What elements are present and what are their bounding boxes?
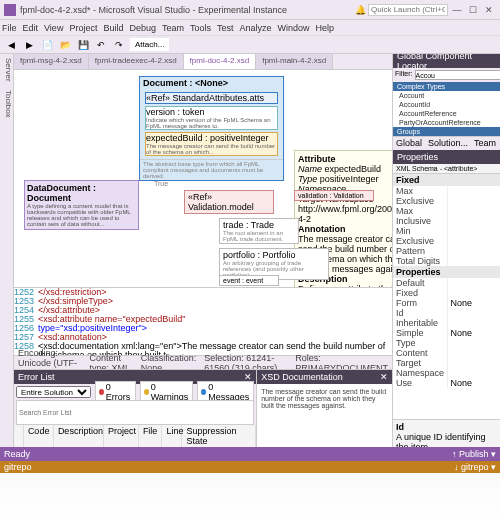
toolbox-tab[interactable]: Toolbox: [0, 86, 13, 122]
xsd-doc-body: The message creator can send the build n…: [257, 384, 392, 447]
tab-solution-explorer[interactable]: Solution...: [425, 137, 471, 150]
git-branch-button[interactable]: ↓ gitrepo ▾: [454, 462, 496, 472]
version-note: Indicate which version of the FpML Schem…: [146, 117, 277, 129]
derived-note: The abstract base type from which all Fp…: [140, 159, 283, 180]
tab-fpml-msg[interactable]: fpml-msg-4-2.xsd: [14, 54, 89, 69]
menu-build[interactable]: Build: [103, 23, 123, 33]
menu-edit[interactable]: Edit: [23, 23, 39, 33]
menu-bar: File Edit View Project Build Debug Team …: [0, 20, 500, 36]
error-list-title: Error List: [18, 372, 55, 382]
document-node-title[interactable]: Document : <None>: [140, 77, 283, 89]
menu-help[interactable]: Help: [316, 23, 335, 33]
tab-fpml-doc[interactable]: fpml-doc-4-2.xsd: [184, 54, 257, 69]
toolbar: ◀ ▶ 📄 📂 💾 ↶ ↷ Attach...: [0, 36, 500, 54]
menu-test[interactable]: Test: [217, 23, 234, 33]
menu-analyze[interactable]: Analyze: [240, 23, 272, 33]
error-scope-select[interactable]: Entire Solution: [16, 386, 91, 398]
prop-desc-name: Id: [396, 422, 497, 432]
open-icon[interactable]: 📂: [58, 38, 72, 52]
xsd-doc-title: XSD Documentation: [261, 372, 343, 382]
menu-team[interactable]: Team: [162, 23, 184, 33]
gcl-item-account[interactable]: Account: [393, 91, 500, 100]
col-code[interactable]: Code: [24, 425, 54, 447]
expected-note: The message creator can send the build n…: [146, 143, 277, 155]
true-label: True: [154, 180, 168, 187]
server-explorer-tab[interactable]: Server: [0, 54, 13, 86]
col-line[interactable]: Line: [162, 425, 182, 447]
tab-team-explorer[interactable]: Team Exp...: [471, 137, 500, 150]
status-ready: Ready: [4, 449, 30, 459]
gcl-item-accountreference[interactable]: AccountReference: [393, 109, 500, 118]
maximize-button[interactable]: ☐: [466, 4, 480, 16]
menu-file[interactable]: File: [2, 23, 17, 33]
menu-project[interactable]: Project: [69, 23, 97, 33]
publish-button[interactable]: ↑ Publish ▾: [452, 449, 496, 459]
line-gutter: 1252125312541255125612571258: [14, 288, 36, 355]
error-search-input[interactable]: [16, 400, 254, 425]
validation-ref[interactable]: «Ref» Validation.model: [184, 190, 274, 214]
tab-global-components[interactable]: Global C...: [393, 137, 425, 150]
prop-desc-text: A unique ID identifying the item: [396, 432, 497, 447]
undo-icon[interactable]: ↶: [94, 38, 108, 52]
data-document-title[interactable]: DataDocument : Document: [27, 183, 136, 203]
save-icon[interactable]: 💾: [76, 38, 90, 52]
col-file[interactable]: File: [139, 425, 163, 447]
data-document-note: A type defining a content model that is …: [27, 203, 136, 227]
gcl-item-partyoraccountreference[interactable]: PartyOrAccountReference: [393, 118, 500, 127]
standard-attrs-ref[interactable]: «Ref» StandardAttributes.atts: [146, 93, 277, 103]
close-button[interactable]: ✕: [482, 4, 496, 16]
nav-back-icon[interactable]: ◀: [4, 38, 18, 52]
col-suppression[interactable]: Suppression State: [182, 425, 256, 447]
vs-logo-icon: [4, 4, 16, 16]
gcl-filter-label: Filter:: [395, 70, 413, 80]
tab-fpml-tradeexec[interactable]: fpml-tradeexec-4-2.xsd: [89, 54, 184, 69]
code-editor[interactable]: 1252125312541255125612571258 </xsd:restr…: [14, 287, 392, 355]
document-tabs: fpml-msg-4-2.xsd fpml-tradeexec-4-2.xsd …: [14, 54, 392, 70]
error-grid[interactable]: Code Description Project File Line Suppr…: [14, 425, 256, 448]
menu-tools[interactable]: Tools: [190, 23, 211, 33]
properties-object[interactable]: XML Schema - <attribute>: [393, 164, 500, 174]
git-repo-label[interactable]: gitrepo: [4, 462, 32, 472]
minimize-button[interactable]: —: [450, 4, 464, 16]
gcl-item-accountid[interactable]: AccountId: [393, 100, 500, 109]
trade-node[interactable]: trade : Trade The root element in an FpM…: [219, 218, 299, 244]
nav-fwd-icon[interactable]: ▶: [22, 38, 36, 52]
editor-status-line: Encoding: Unicode (UTF-8) Content type: …: [14, 355, 392, 369]
notification-icon[interactable]: 🔔: [355, 5, 366, 15]
window-title: fpml-doc-4-2.xsd* - Microsoft Visual Stu…: [20, 5, 355, 15]
menu-debug[interactable]: Debug: [129, 23, 156, 33]
col-desc[interactable]: Description: [54, 425, 104, 447]
xsd-designer-surface[interactable]: Document : <None> «Ref» StandardAttribut…: [14, 70, 392, 287]
quick-launch-input[interactable]: [368, 4, 448, 16]
menu-window[interactable]: Window: [278, 23, 310, 33]
xsd-doc-close-icon[interactable]: ✕: [380, 372, 388, 382]
redo-icon[interactable]: ↷: [112, 38, 126, 52]
properties-grid[interactable]: Fixed Max Exclusive Max Inclusive Min Ex…: [393, 174, 500, 419]
event-node[interactable]: event : event: [219, 275, 279, 286]
gcl-filter-input[interactable]: [415, 70, 501, 80]
properties-title: Properties: [397, 152, 438, 162]
col-project[interactable]: Project: [104, 425, 139, 447]
attach-button[interactable]: Attach...: [130, 38, 169, 51]
version-attr[interactable]: version : token: [146, 107, 277, 117]
gcl-complex-types-header[interactable]: Complex Types: [393, 82, 500, 91]
expected-build-attr[interactable]: expectedBuild : positiveInteger: [146, 133, 277, 143]
new-project-icon[interactable]: 📄: [40, 38, 54, 52]
gcl-groups-header[interactable]: Groups: [393, 127, 500, 136]
validation-item[interactable]: validation : Validation: [294, 190, 374, 201]
reflection-decoration: [0, 473, 500, 523]
menu-view[interactable]: View: [44, 23, 63, 33]
tab-fpml-main[interactable]: fpml-main-4-2.xsd: [256, 54, 333, 69]
